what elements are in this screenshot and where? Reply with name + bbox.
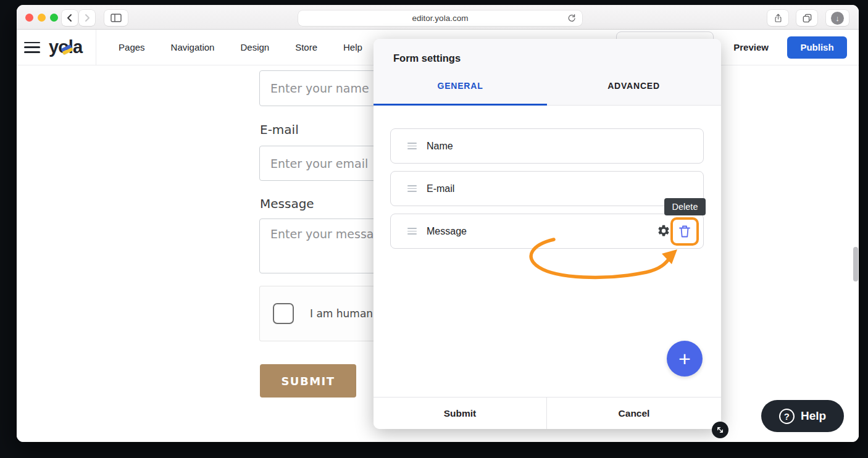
drag-handle-icon[interactable] [407, 143, 417, 149]
downloads-button[interactable]: ↓ [826, 10, 849, 26]
modal-title: Form settings [393, 52, 461, 64]
site-submit-button[interactable]: SUBMIT [260, 364, 356, 398]
hamburger-menu-icon[interactable] [24, 42, 40, 53]
reload-button[interactable] [567, 13, 577, 25]
modal-header: Form settings GENERAL ADVANCED [373, 39, 721, 106]
trash-icon [678, 224, 691, 239]
publish-button[interactable]: Publish [787, 36, 847, 59]
question-icon: ? [779, 409, 795, 424]
modal-cancel-button[interactable]: Cancel [547, 398, 721, 429]
delete-field-button[interactable] [670, 217, 699, 246]
forward-icon [83, 14, 91, 22]
drag-handle-icon[interactable] [407, 185, 417, 192]
nav-item-navigation[interactable]: Navigation [171, 42, 215, 52]
field-label: E-mail [427, 183, 454, 194]
nav-item-store[interactable]: Store [295, 42, 317, 52]
browser-window: editor.yola.com ↓ yola Pages Navigatio [17, 5, 859, 442]
site-message-label: Message [260, 196, 314, 211]
navbar-left: yola Pages Navigation Design Store Help [23, 30, 362, 65]
add-field-button[interactable]: + [667, 341, 703, 377]
modal-footer: Submit Cancel [373, 397, 721, 429]
yola-logo[interactable]: yola [49, 37, 86, 57]
browser-titlebar: editor.yola.com ↓ [17, 5, 859, 30]
back-icon [66, 14, 73, 22]
sidebar-toggle-button[interactable] [104, 10, 128, 26]
preview-button[interactable]: Preview [733, 42, 769, 52]
share-button[interactable] [767, 10, 788, 26]
url-text: editor.yola.com [412, 14, 469, 23]
captcha-checkbox[interactable] [273, 303, 294, 324]
close-window-button[interactable] [25, 14, 33, 22]
reload-icon [567, 13, 577, 23]
captcha-label: I am human [310, 307, 373, 320]
drag-handle-icon[interactable] [407, 228, 417, 235]
resize-handle[interactable] [712, 422, 728, 438]
tab-general[interactable]: GENERAL [373, 81, 547, 91]
site-email-label: E-mail [260, 122, 299, 137]
form-settings-modal: Form settings GENERAL ADVANCED Name E-ma… [373, 39, 721, 429]
tab-overview-button[interactable] [796, 10, 817, 26]
forward-button[interactable] [79, 10, 95, 26]
field-settings-button[interactable] [657, 224, 670, 238]
tab-overview-icon [802, 13, 812, 23]
field-row-name[interactable]: Name [390, 128, 704, 164]
downloads-icon: ↓ [831, 12, 844, 25]
nav-item-help[interactable]: Help [343, 42, 362, 52]
nav-items: Pages Navigation Design Store Help [119, 42, 362, 52]
share-icon [774, 12, 783, 23]
url-field[interactable]: editor.yola.com [298, 10, 582, 26]
modal-submit-button[interactable]: Submit [373, 398, 547, 429]
navbar-right: Preview Publish [733, 30, 847, 65]
resize-arrows-icon [716, 425, 725, 435]
tab-advanced[interactable]: ADVANCED [547, 81, 720, 91]
nav-item-pages[interactable]: Pages [119, 42, 145, 52]
sidebar-icon [111, 14, 122, 22]
minimize-window-button[interactable] [38, 14, 46, 22]
active-tab-underline [373, 104, 547, 106]
field-label: Message [427, 226, 467, 237]
maximize-window-button[interactable] [50, 14, 58, 22]
help-button[interactable]: ? Help [761, 400, 844, 432]
plus-icon: + [678, 347, 691, 370]
field-row-email[interactable]: E-mail [390, 171, 704, 206]
back-button[interactable] [62, 10, 78, 26]
scrollbar-thumb[interactable] [853, 247, 858, 281]
field-label: Name [427, 141, 453, 152]
help-label: Help [801, 409, 826, 423]
gear-icon [657, 224, 670, 238]
delete-tooltip: Delete [664, 198, 706, 215]
nav-item-design[interactable]: Design [240, 42, 269, 52]
nav-divider [96, 30, 96, 65]
